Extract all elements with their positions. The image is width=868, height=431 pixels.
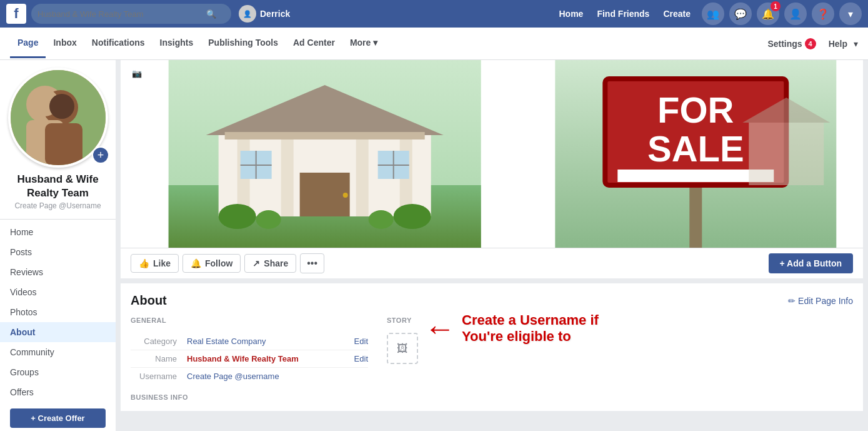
search-bar: 🔍 xyxy=(31,4,231,24)
camera-overlay[interactable]: 📷 xyxy=(127,66,147,81)
nav-user[interactable]: 👤 Derrick xyxy=(239,5,290,23)
create-offer-btn[interactable]: + Create Offer xyxy=(10,408,106,428)
avatar: 👤 xyxy=(239,5,256,23)
svg-point-17 xyxy=(343,193,348,198)
svg-rect-16 xyxy=(300,173,350,216)
sidebar-item-offers[interactable]: Offers xyxy=(0,382,116,402)
general-label: GENERAL xyxy=(131,317,368,324)
about-layout: GENERAL Category Real Estate Company Edi… xyxy=(131,317,853,401)
share-icon: ↗ xyxy=(252,258,260,268)
search-icon: 🔍 xyxy=(206,9,216,19)
tab-publishing-tools[interactable]: Publishing Tools xyxy=(201,29,286,58)
notifications-icon-btn[interactable]: 🔔 1 xyxy=(757,3,779,25)
tab-page[interactable]: Page xyxy=(10,29,46,58)
tab-notifications[interactable]: Notifications xyxy=(84,29,152,58)
red-arrow: ← xyxy=(424,310,456,347)
left-sidebar: + Husband & Wife Realty Team Create Page… xyxy=(0,60,116,431)
search-input[interactable] xyxy=(37,9,206,19)
follow-icon: 🔔 xyxy=(191,258,201,268)
story-add-img[interactable]: 🖼 xyxy=(387,333,418,364)
tab-more[interactable]: More ▾ xyxy=(342,29,385,58)
cover-right: FOR SALE xyxy=(529,60,863,248)
help-btn[interactable]: Help xyxy=(822,35,854,53)
fb-logo[interactable]: f xyxy=(6,4,26,24)
svg-point-6 xyxy=(49,94,74,119)
settings-badge: 4 xyxy=(805,38,816,49)
svg-rect-15 xyxy=(225,132,425,139)
cover-photo[interactable]: 📷 xyxy=(121,60,863,248)
help-icon-btn[interactable]: ❓ xyxy=(812,3,834,25)
notification-badge: 1 xyxy=(771,1,781,11)
svg-point-27 xyxy=(369,210,394,229)
svg-text:SALE: SALE xyxy=(647,128,744,169)
nav-home[interactable]: Home xyxy=(553,5,590,23)
about-row-username: Username Create Page @username xyxy=(131,368,368,385)
friend-request-icon-btn[interactable]: 👤 xyxy=(784,3,807,25)
edit-page-info-btn[interactable]: ✏ Edit Page Info xyxy=(788,296,853,306)
main-layout: + Husband & Wife Realty Team Create Page… xyxy=(0,60,868,431)
profile-pic-wrap: + xyxy=(0,60,116,168)
follow-button[interactable]: 🔔 Follow xyxy=(182,254,241,273)
name-field-name: Name xyxy=(131,354,187,363)
nav-find-friends[interactable]: Find Friends xyxy=(591,5,656,23)
cover-left: 📷 xyxy=(121,60,529,248)
page-username-sidebar[interactable]: Create Page @Username xyxy=(0,201,116,216)
add-photo-btn[interactable]: + xyxy=(92,146,109,164)
more-actions-button[interactable]: ••• xyxy=(300,253,324,273)
user-name: Derrick xyxy=(260,9,290,19)
tab-inbox[interactable]: Inbox xyxy=(46,29,84,58)
category-value: Real Estate Company xyxy=(187,337,354,346)
about-left: GENERAL Category Real Estate Company Edi… xyxy=(131,317,368,401)
cover-section: 📷 xyxy=(121,60,863,278)
username-field-name: Username xyxy=(131,372,187,381)
svg-rect-4 xyxy=(45,123,82,165)
svg-rect-13 xyxy=(356,135,369,216)
share-button[interactable]: ↗ Share xyxy=(244,254,296,273)
pencil-icon: ✏ xyxy=(788,296,796,306)
svg-text:FOR: FOR xyxy=(657,89,734,130)
top-nav: f 🔍 👤 Derrick Home Find Friends Create 👥… xyxy=(0,0,868,28)
svg-point-26 xyxy=(256,210,281,229)
name-edit-btn[interactable]: Edit xyxy=(354,354,368,363)
sidebar-item-videos[interactable]: Videos xyxy=(0,282,116,302)
sidebar-item-reviews[interactable]: Reviews xyxy=(0,262,116,282)
tab-insights[interactable]: Insights xyxy=(152,29,201,58)
center-content: 📷 xyxy=(116,60,868,431)
name-value: Husband & Wife Realty Team xyxy=(187,354,354,363)
profile-section: + Husband & Wife Realty Team Create Page… xyxy=(0,60,116,431)
annotation-overlay: ← Create a Username if You're eligible t… xyxy=(424,310,599,347)
sidebar-item-about[interactable]: About xyxy=(0,322,116,342)
svg-rect-35 xyxy=(749,123,824,185)
username-value[interactable]: Create Page @username xyxy=(187,372,279,381)
nav-links: Home Find Friends Create xyxy=(553,5,697,23)
about-section: About ✏ Edit Page Info GENERAL Category … xyxy=(121,283,863,411)
like-button[interactable]: 👍 Like xyxy=(131,254,179,273)
page-name-sidebar: Husband & Wife Realty Team xyxy=(0,168,116,201)
category-edit-btn[interactable]: Edit xyxy=(354,337,368,346)
svg-point-25 xyxy=(394,204,431,229)
help-chevron: ▾ xyxy=(854,39,858,49)
people-icon-btn[interactable]: 👥 xyxy=(702,3,724,25)
page-nav: Page Inbox Notifications Insights Publis… xyxy=(0,28,868,60)
nav-create[interactable]: Create xyxy=(657,5,697,23)
messenger-icon-btn[interactable]: 💬 xyxy=(729,3,752,25)
business-info-label: BUSINESS INFO xyxy=(131,393,368,401)
about-row-name: Name Husband & Wife Realty Team Edit xyxy=(131,350,368,368)
action-bar: 👍 Like 🔔 Follow ↗ Share ••• + Add a Butt… xyxy=(121,248,863,278)
sidebar-item-photos[interactable]: Photos xyxy=(0,302,116,322)
story-label: STORY xyxy=(387,317,853,324)
dropdown-icon-btn[interactable]: ▾ xyxy=(839,3,862,25)
sidebar-item-posts[interactable]: Posts xyxy=(0,242,116,262)
tab-ad-center[interactable]: Ad Center xyxy=(286,29,342,58)
add-button-btn[interactable]: + Add a Button xyxy=(769,253,853,273)
svg-point-24 xyxy=(219,204,256,229)
about-right: STORY 🖼 ← Create a Username if You're el… xyxy=(387,317,853,401)
settings-btn[interactable]: Settings 4 xyxy=(761,34,822,53)
about-title: About xyxy=(131,293,167,308)
sidebar-item-groups[interactable]: Groups xyxy=(0,362,116,382)
thumbs-up-icon: 👍 xyxy=(139,258,149,268)
sidebar-item-home[interactable]: Home xyxy=(0,222,116,242)
sidebar-nav: Home Posts Reviews Videos Photos About C… xyxy=(0,222,116,402)
svg-rect-12 xyxy=(281,135,294,216)
sidebar-item-community[interactable]: Community xyxy=(0,342,116,362)
